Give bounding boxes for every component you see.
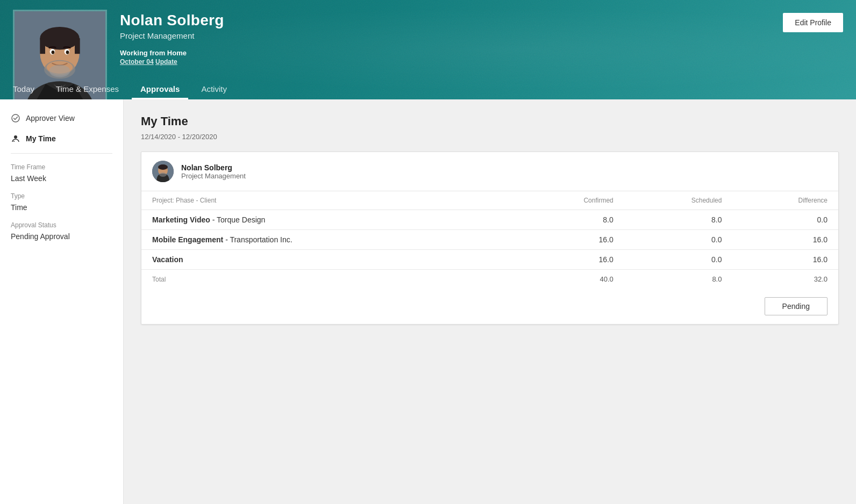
status-date: October 04 Update [120,58,224,66]
col-scheduled: 8.0 [624,210,733,230]
table-row: Marketing Video - Torque Design 8.0 8.0 … [141,210,838,230]
tab-approvals[interactable]: Approvals [132,80,188,99]
status-label: Working from Home [120,49,224,57]
profile-name: Nolan Solberg [120,12,224,29]
table-row: Vacation 16.0 0.0 16.0 [141,250,838,270]
main-content: My Time 12/14/2020 - 12/20/2020 Nolan So… [124,99,856,504]
col-difference: 0.0 [732,210,838,230]
profile-status: Working from Home October 04 Update [120,49,224,66]
sidebar-my-time-label: My Time [26,134,56,143]
col-difference: 16.0 [732,230,838,250]
sidebar-item-approver-view[interactable]: Approver View [0,108,123,128]
col-scheduled: 0.0 [624,230,733,250]
sidebar-time-frame-value[interactable]: Last Week [0,173,123,187]
card-avatar [152,161,174,182]
card-header: Nolan Solberg Project Management [141,152,838,191]
sidebar-approver-view-label: Approver View [26,114,75,123]
col-difference: 16.0 [732,250,838,270]
table-row: Mobile Engagement - Transportation Inc. … [141,230,838,250]
card-footer: Pending [141,289,838,324]
sidebar-item-my-time[interactable]: My Time [0,128,123,149]
total-scheduled: 8.0 [624,270,733,289]
col-header-scheduled: Scheduled [624,191,733,210]
sidebar-approval-status-label: Approval Status [0,216,123,231]
person-icon [11,134,20,143]
col-header-confirmed: Confirmed [517,191,624,210]
pending-button[interactable]: Pending [765,297,828,315]
card-person-name: Nolan Solberg [181,163,246,172]
card-person-role: Project Management [181,172,246,180]
profile-header: Nolan Solberg Project Management Working… [0,0,856,99]
col-project: Mobile Engagement - Transportation Inc. [141,230,517,250]
tab-time-expenses[interactable]: Time & Expenses [47,80,127,99]
total-row: Total 40.0 8.0 32.0 [141,270,838,289]
col-confirmed: 16.0 [517,230,624,250]
time-card: Nolan Solberg Project Management Project… [141,152,839,325]
edit-profile-button[interactable]: Edit Profile [783,13,843,32]
check-circle-icon [11,113,20,123]
time-table: Project: Phase - Client Confirmed Schedu… [141,191,838,289]
sidebar-divider [11,153,112,154]
svg-point-16 [13,141,15,142]
main-layout: Approver View My Time Time Frame Last We… [0,99,856,504]
page-title: My Time [141,114,839,128]
col-header-project: Project: Phase - Client [141,191,517,210]
sidebar-time-frame-label: Time Frame [0,158,123,173]
profile-info: Nolan Solberg Project Management Working… [107,10,224,66]
nav-tabs: Today Time & Expenses Approvals Activity [0,78,856,99]
col-header-difference: Difference [732,191,838,210]
col-project: Marketing Video - Torque Design [141,210,517,230]
sidebar-type-label: Type [0,187,123,202]
sidebar-type-value[interactable]: Time [0,202,123,216]
svg-point-14 [12,114,19,122]
tab-today[interactable]: Today [13,80,43,99]
col-scheduled: 0.0 [624,250,733,270]
profile-title: Project Management [120,31,224,40]
date-range: 12/14/2020 - 12/20/2020 [141,133,839,141]
svg-point-11 [52,51,55,54]
sidebar-approval-status-value[interactable]: Pending Approval [0,231,123,245]
svg-rect-6 [75,38,80,54]
svg-point-12 [66,51,69,54]
total-difference: 32.0 [732,270,838,289]
total-confirmed: 40.0 [517,270,624,289]
col-confirmed: 8.0 [517,210,624,230]
sidebar: Approver View My Time Time Frame Last We… [0,99,124,504]
tab-activity[interactable]: Activity [192,80,236,99]
svg-point-4 [40,27,79,49]
card-person-info: Nolan Solberg Project Management [181,163,246,180]
col-confirmed: 16.0 [517,250,624,270]
svg-rect-5 [40,38,45,54]
total-label: Total [141,270,517,289]
svg-point-15 [14,135,17,139]
svg-point-20 [159,172,167,177]
svg-point-13 [49,64,70,77]
update-link[interactable]: Update [155,58,177,66]
svg-point-19 [158,164,168,170]
col-project: Vacation [141,250,517,270]
